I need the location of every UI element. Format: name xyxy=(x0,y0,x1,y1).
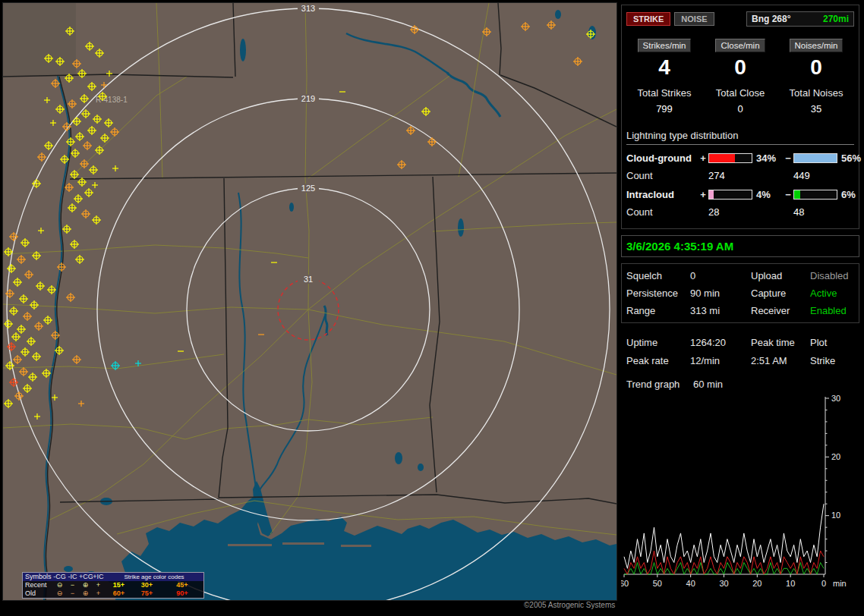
bearing-range: 270mi xyxy=(823,14,849,24)
total-close: Total Close 0 xyxy=(702,87,778,115)
capture-label: Capture xyxy=(751,288,810,299)
svg-text:0: 0 xyxy=(821,579,826,588)
svg-text:313: 313 xyxy=(301,4,315,13)
ic-plus-pct: 4% xyxy=(752,189,783,200)
age-90: 90+ xyxy=(161,589,203,598)
total-close-value: 0 xyxy=(702,103,778,115)
range-label: Range xyxy=(626,305,690,316)
age-30: 30+ xyxy=(133,581,161,589)
strikes-per-min-chip: Strikes/min xyxy=(638,39,692,52)
ic-minus-count: 48 xyxy=(793,206,837,218)
land-shade xyxy=(3,3,76,76)
legend-col-neg-cg: -CG xyxy=(53,573,66,581)
upload-label: Upload xyxy=(751,270,810,281)
close-per-min: Close/min 0 xyxy=(715,39,765,80)
peak-rate-label: Peak rate xyxy=(626,355,690,366)
datetime-panel: 3/6/2026 4:35:19 AM xyxy=(621,235,859,257)
map-canvas[interactable]: R-4138-1 31321912531 xyxy=(3,3,616,600)
age-15: 15+ xyxy=(105,581,133,589)
legend-header: Symbols -CG -IC +CG +IC Strike age color… xyxy=(23,573,203,581)
datetime: 3/6/2026 4:35:19 AM xyxy=(626,240,733,253)
trend-graph: 1020306050403020100min xyxy=(621,394,859,599)
uptime-value: 1264:20 xyxy=(690,337,751,348)
legend-recent-label: Recent xyxy=(23,581,53,589)
plot-label: Plot xyxy=(810,337,854,348)
persistence-value: 90 min xyxy=(690,288,751,299)
legend-symbols-label: Symbols xyxy=(23,573,53,581)
uptime-panel: Uptime 1264:20 Peak time Plot Peak rate … xyxy=(621,337,859,366)
ic-minus-bar xyxy=(793,190,837,200)
persistence-label: Persistence xyxy=(626,288,690,299)
rates-row: Strikes/min 4 Close/min 0 Noises/min 0 xyxy=(626,39,854,80)
legend-age-title: Strike age color codes xyxy=(105,573,203,581)
count-label: Count xyxy=(626,206,698,218)
noises-per-min-value: 0 xyxy=(790,55,844,80)
legend-row-recent: Recent ⊖ − ⊕ + 15+ 30+ 45+ xyxy=(23,581,203,589)
svg-text:min: min xyxy=(833,579,847,588)
cg-plus-count: 274 xyxy=(708,170,752,181)
trend-header: Trend graph 60 min xyxy=(621,379,859,390)
svg-text:31: 31 xyxy=(304,275,313,284)
pos-cg-old-icon: ⊕ xyxy=(79,589,92,598)
ic-minus-pct: 6% xyxy=(837,189,856,200)
stats-panel: STRIKE NOISE Bng 268° 270mi Strikes/min … xyxy=(621,5,859,229)
capture-value: Active xyxy=(810,288,854,299)
legend-col-pos-cg: +CG xyxy=(79,573,92,581)
svg-text:10: 10 xyxy=(831,511,840,520)
status-panel: Squelch 0 Upload Disabled Persistence 90… xyxy=(621,263,859,323)
pos-ic-old-icon: + xyxy=(92,589,105,598)
cloud-ground-label: Cloud-ground xyxy=(626,152,698,164)
neg-ic-recent-icon: − xyxy=(66,581,79,589)
bearing-label: Bng 268° xyxy=(752,14,790,24)
receiver-label: Receiver xyxy=(751,305,810,316)
peak-time-value: 2:51 AM xyxy=(751,355,810,366)
trend-graph-label: Trend graph xyxy=(626,379,693,390)
svg-text:40: 40 xyxy=(686,579,695,588)
cg-plus-pct: 34% xyxy=(752,152,783,164)
totals-row: Total Strikes 799 Total Close 0 Total No… xyxy=(626,87,854,115)
noise-button[interactable]: NOISE xyxy=(674,12,714,26)
map-area-label: R-4138-1 xyxy=(96,96,128,104)
minus-sign: − xyxy=(783,189,793,200)
pos-cg-recent-icon: ⊕ xyxy=(79,581,92,589)
svg-text:125: 125 xyxy=(301,184,315,193)
copyright: ©2005 Astrogenic Systems xyxy=(524,601,615,609)
cg-plus-bar xyxy=(708,153,752,163)
cg-minus-pct: 56% xyxy=(837,152,861,164)
close-per-min-value: 0 xyxy=(715,55,765,80)
peak-rate-value: 12/min xyxy=(690,355,751,366)
legend-old-label: Old xyxy=(23,589,53,598)
squelch-value: 0 xyxy=(690,270,751,281)
minus-sign: − xyxy=(783,152,793,164)
map[interactable]: R-4138-1 31321912531 Symbols -CG -IC +CG… xyxy=(2,2,617,601)
cloud-ground-row: Cloud-ground + 34% − 56% xyxy=(626,152,854,164)
pos-ic-recent-icon: + xyxy=(92,581,105,589)
strikes-per-min-value: 4 xyxy=(638,55,692,80)
age-75: 75+ xyxy=(133,589,161,598)
upload-value: Disabled xyxy=(810,270,854,281)
age-60: 60+ xyxy=(105,589,133,598)
count-label: Count xyxy=(626,170,698,181)
land xyxy=(3,3,616,600)
svg-text:30: 30 xyxy=(831,394,840,403)
intracloud-label: Intracloud xyxy=(626,189,698,200)
legend-col-neg-ic: -IC xyxy=(66,573,79,581)
svg-text:20: 20 xyxy=(831,452,840,461)
svg-text:219: 219 xyxy=(301,94,315,103)
svg-text:10: 10 xyxy=(786,579,795,588)
app-window: R-4138-1 31321912531 Symbols -CG -IC +CG… xyxy=(0,0,864,616)
squelch-label: Squelch xyxy=(626,270,690,281)
neg-cg-recent-icon: ⊖ xyxy=(53,581,66,589)
svg-text:50: 50 xyxy=(653,579,662,588)
mode-row: STRIKE NOISE Bng 268° 270mi xyxy=(626,11,854,27)
bearing-display: Bng 268° 270mi xyxy=(746,11,854,27)
legend-col-pos-ic: +IC xyxy=(92,573,105,581)
cg-minus-count: 449 xyxy=(793,170,837,181)
total-noises-value: 35 xyxy=(778,103,854,115)
cloud-ground-count-row: Count 274 449 xyxy=(626,170,854,181)
trend-window-value: 60 min xyxy=(693,379,854,390)
total-strikes: Total Strikes 799 xyxy=(626,87,702,115)
total-strikes-label: Total Strikes xyxy=(626,87,702,99)
strike-button[interactable]: STRIKE xyxy=(626,12,670,26)
svg-text:60: 60 xyxy=(621,579,629,588)
